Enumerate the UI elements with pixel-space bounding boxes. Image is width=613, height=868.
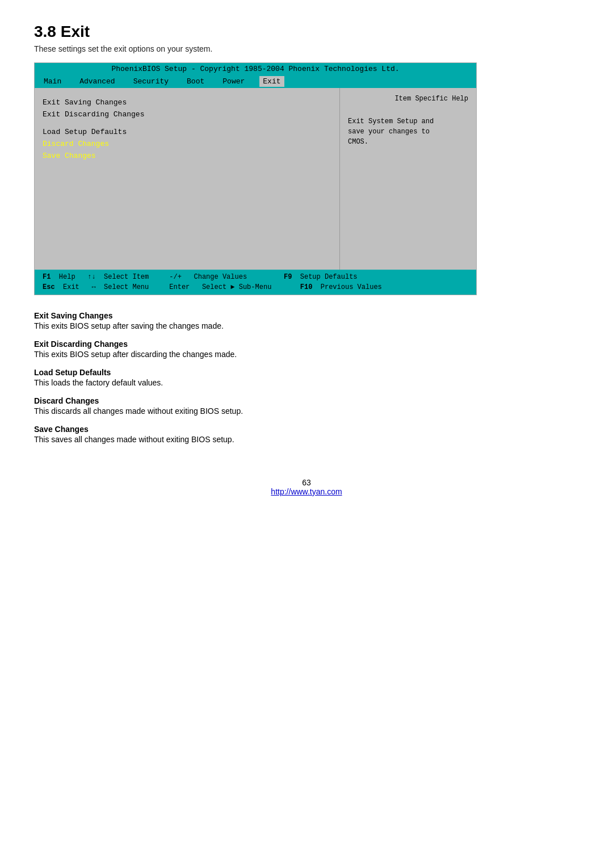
doc-section-exit-saving-changes: Exit Saving Changes This exits BIOS setu… [34,311,579,330]
footer-f1-label: Help [59,273,75,281]
footer-arrows-leftright: ↔ [91,283,95,291]
help-text: Exit System Setup andsave your changes t… [348,116,468,147]
bios-left-panel: Exit Saving Changes Exit Discarding Chan… [35,88,340,270]
footer-esc-key: Esc [43,283,55,291]
entry-exit-saving-changes[interactable]: Exit Saving Changes [43,97,331,108]
doc-title-save-changes: Save Changes [34,425,579,434]
footer-f9-key: F9 [284,273,292,281]
bios-menu-security[interactable]: Security [130,76,172,87]
page-number: 63 [34,478,579,487]
bios-menu-power[interactable]: Power [219,76,248,87]
doc-section-discard-changes: Discard Changes This discards all change… [34,396,579,416]
bios-footer: F1 Help ↑↓ Select Item -/+ Change Values… [35,270,476,295]
doc-title-load-setup-defaults: Load Setup Defaults [34,368,579,377]
doc-section-load-setup-defaults: Load Setup Defaults This loads the facto… [34,368,579,387]
item-specific-help-title: Item Specific Help [348,95,468,105]
doc-title-exit-discarding-changes: Exit Discarding Changes [34,339,579,349]
page-title: 3.8 Exit [34,23,579,41]
doc-body-exit-discarding-changes: This exits BIOS setup after discarding t… [34,350,579,359]
page-footer: 63 http://www.tyan.com [34,478,579,496]
footer-url[interactable]: http://www.tyan.com [271,487,342,496]
doc-section-exit-discarding-changes: Exit Discarding Changes This exits BIOS … [34,339,579,359]
footer-select-menu: Select Menu [104,283,149,291]
footer-f10-key: F10 [300,283,313,291]
page-subtitle: These settings set the exit options on y… [34,44,579,53]
footer-arrows-updown: ↑↓ [87,273,95,281]
footer-select-item: Select Item [104,273,149,281]
footer-enter-key: Enter [169,283,190,291]
entry-exit-discarding-changes[interactable]: Exit Discarding Changes [43,109,331,120]
bios-screen: PhoenixBIOS Setup - Copyright 1985-2004 … [34,62,477,295]
footer-esc-label: Exit [63,283,79,291]
bios-menu-exit[interactable]: Exit [259,76,284,87]
bios-menu-boot[interactable]: Boot [183,76,208,87]
help-text-content: Exit System Setup andsave your changes t… [348,118,434,146]
bios-menu-main[interactable]: Main [40,76,65,87]
bios-title-bar: PhoenixBIOS Setup - Copyright 1985-2004 … [35,63,476,75]
doc-section-save-changes: Save Changes This saves all changes made… [34,425,579,444]
entry-load-setup-defaults[interactable]: Load Setup Defaults [43,127,331,137]
footer-setup-defaults: Setup Defaults [300,273,358,281]
doc-body-exit-saving-changes: This exits BIOS setup after saving the c… [34,321,579,330]
bios-content-area: Exit Saving Changes Exit Discarding Chan… [35,88,476,270]
footer-previous-values: Previous Values [321,283,382,291]
doc-body-save-changes: This saves all changes made without exit… [34,435,579,444]
footer-row-1: F1 Help ↑↓ Select Item -/+ Change Values… [43,273,358,281]
doc-body-discard-changes: This discards all changes made without e… [34,406,579,416]
doc-body-load-setup-defaults: This loads the factory default values. [34,378,579,387]
bios-menu-advanced[interactable]: Advanced [76,76,118,87]
bios-right-panel: Item Specific Help Exit System Setup and… [340,88,476,270]
footer-change-values: Change Values [194,273,247,281]
footer-plusminus: -/+ [169,273,182,281]
bios-menu-bar: Main Advanced Security Boot Power Exit [35,75,476,88]
entry-save-changes[interactable]: Save Changes [43,150,331,161]
footer-row-2: Esc Exit ↔ Select Menu Enter Select ► Su… [43,283,382,291]
footer-f1-key: F1 [43,273,51,281]
footer-select-submenu: Select ► Sub-Menu [202,283,271,291]
entry-discard-changes[interactable]: Discard Changes [43,139,331,149]
doc-title-exit-saving-changes: Exit Saving Changes [34,311,579,320]
doc-title-discard-changes: Discard Changes [34,396,579,405]
